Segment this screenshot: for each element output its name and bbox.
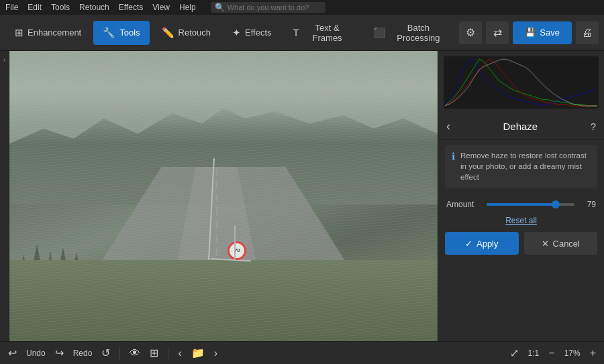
separator-1 (119, 347, 120, 360)
menu-view[interactable]: View (152, 3, 170, 12)
amount-value: 79 (580, 200, 596, 209)
menu-effects[interactable]: Effects (119, 3, 143, 12)
undo-label: Undo (23, 349, 48, 358)
tools-icon: 🔧 (103, 27, 115, 39)
next-button[interactable]: › (211, 346, 220, 361)
info-icon: ℹ (452, 151, 455, 162)
undo-button[interactable]: ↩ (5, 345, 19, 361)
save-label: Save (540, 27, 560, 38)
menu-edit[interactable]: Edit (28, 3, 42, 12)
menu-bar: File Edit Tools Retouch Effects View Hel… (0, 0, 604, 15)
left-sidebar: › (0, 51, 9, 341)
right-panel: ‹ Dehaze ? ℹ Remove haze to restore lost… (438, 51, 604, 341)
save-icon: 💾 (525, 27, 536, 38)
profile-icon-btn[interactable]: ⚙ (459, 21, 482, 44)
tab-enhancement[interactable]: ⊞ Enhancement (5, 21, 91, 45)
menu-help[interactable]: Help (179, 3, 196, 12)
prev-button[interactable]: ‹ (175, 346, 184, 361)
zoom-out-button[interactable]: − (546, 346, 557, 361)
menu-tools[interactable]: Tools (51, 3, 70, 12)
apply-label: Apply (476, 239, 499, 249)
apply-checkmark-icon: ✓ (465, 239, 472, 249)
redo-button[interactable]: ↪ (52, 345, 66, 361)
separator-2 (168, 347, 168, 360)
canvas-area: 70 (9, 51, 438, 341)
sidebar-arrow[interactable]: › (3, 56, 5, 64)
back-button[interactable]: ‹ (446, 119, 450, 133)
tab-enhancement-label: Enhancement (28, 27, 81, 38)
text-frames-icon: T (293, 27, 299, 38)
enhancement-icon: ⊞ (15, 27, 23, 39)
tab-tools[interactable]: 🔧 Tools (93, 21, 149, 45)
action-row: ✓ Apply ✕ Cancel (438, 232, 604, 261)
reset-all-button[interactable]: Reset all (505, 216, 537, 225)
toolbar-right: ⚙ ⇄ 💾 Save 🖨 (459, 21, 599, 44)
photo-canvas: 70 (9, 51, 438, 341)
apply-button[interactable]: ✓ Apply (445, 232, 519, 255)
tab-batch-label: Batch Processing (390, 23, 448, 43)
fit-screen-button[interactable]: ⤢ (507, 345, 521, 361)
folder-button[interactable]: 📁 (189, 345, 207, 361)
cancel-x-icon: ✕ (542, 239, 549, 249)
main-toolbar: ⊞ Enhancement 🔧 Tools ✏️ Retouch ✦ Effec… (0, 15, 604, 51)
print-icon-btn[interactable]: 🖨 (576, 21, 599, 44)
amount-slider-track (487, 203, 574, 206)
zoom-fit-label: 1:1 (525, 349, 542, 358)
search-input[interactable] (228, 3, 321, 11)
effects-icon: ✦ (232, 27, 241, 39)
info-box: ℹ Remove haze to restore lost contrast i… (445, 145, 597, 188)
dehaze-header: ‹ Dehaze ? (438, 114, 604, 139)
search-icon: 🔍 (215, 3, 225, 12)
eye-button[interactable]: 👁 (127, 346, 143, 361)
tab-batch[interactable]: ⬛ Batch Processing (364, 21, 457, 45)
menu-file[interactable]: File (5, 3, 18, 12)
tab-retouch[interactable]: ✏️ Retouch (152, 21, 220, 45)
main-area: › (0, 51, 604, 341)
cancel-button[interactable]: ✕ Cancel (524, 232, 598, 255)
redo-label: Redo (70, 349, 95, 358)
batch-icon: ⬛ (373, 27, 386, 39)
tab-retouch-label: Retouch (179, 27, 211, 38)
cancel-label: Cancel (553, 239, 580, 249)
retouch-icon: ✏️ (162, 27, 174, 39)
tab-effects-label: Effects (245, 27, 272, 38)
menu-search-box: 🔍 (211, 2, 325, 13)
tab-text-frames-label: Text & Frames (303, 23, 352, 43)
zoom-level-display: 17% (562, 349, 583, 358)
amount-label: Amount (446, 200, 481, 209)
reset-row: Reset all (438, 212, 604, 232)
amount-slider-row: Amount 79 (438, 193, 604, 212)
help-button[interactable]: ? (591, 121, 596, 132)
amount-slider-fill (487, 203, 556, 206)
zoom-in-button[interactable]: + (587, 346, 599, 361)
save-button[interactable]: 💾 Save (513, 21, 572, 44)
info-text: Remove haze to restore lost contrast in … (460, 150, 591, 182)
tab-tools-label: Tools (119, 27, 140, 38)
histogram (444, 56, 599, 109)
bottom-bar: ↩ Undo ↪ Redo ↺ 👁 ⊞ ‹ 📁 › ⤢ 1:1 − 17% + (0, 341, 604, 364)
compare-button[interactable]: ⊞ (147, 345, 161, 361)
tab-effects[interactable]: ✦ Effects (223, 21, 281, 45)
sync-icon-btn[interactable]: ⇄ (486, 21, 509, 44)
tab-text-frames[interactable]: T Text & Frames (284, 21, 361, 45)
reset-rotate-button[interactable]: ↺ (99, 345, 113, 361)
amount-slider-thumb[interactable] (552, 200, 560, 208)
menu-retouch[interactable]: Retouch (79, 3, 109, 12)
dehaze-title: Dehaze (503, 121, 538, 132)
